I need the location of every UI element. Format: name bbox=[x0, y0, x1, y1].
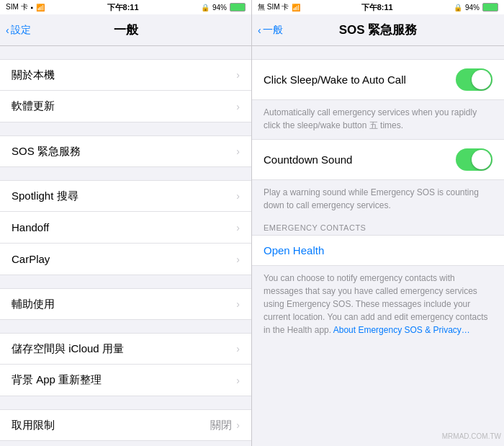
autocall-row: Click Sleep/Wake to Auto Call bbox=[252, 60, 504, 99]
item-background-right: › bbox=[236, 375, 240, 386]
group-sos: SOS 緊急服務 › bbox=[0, 135, 251, 167]
left-wifi-icon: 📶 bbox=[36, 4, 45, 12]
left-status-bar: SIM 卡 ▪ 📶 下午8:11 🔒 94% bbox=[0, 0, 251, 14]
right-status-left: 無 SIM 卡 📶 bbox=[258, 2, 300, 12]
autocall-toggle-knob bbox=[472, 70, 491, 89]
item-carplay[interactable]: CarPlay › bbox=[0, 244, 251, 275]
countdown-toggle[interactable] bbox=[456, 148, 492, 171]
item-software-label: 軟體更新 bbox=[12, 99, 55, 113]
right-battery: 94% bbox=[465, 4, 480, 12]
item-handoff[interactable]: Handoff › bbox=[0, 212, 251, 244]
item-spotlight-chevron: › bbox=[236, 190, 240, 202]
item-restrictions-value: 關閉 bbox=[210, 419, 232, 432]
item-carplay-chevron: › bbox=[236, 254, 240, 265]
group-restrictions: 取用限制 關閉 › bbox=[0, 409, 251, 441]
item-handoff-chevron: › bbox=[236, 222, 240, 233]
countdown-toggle-knob bbox=[472, 150, 491, 169]
item-accessibility-right: › bbox=[236, 298, 240, 310]
item-software-right: › bbox=[236, 101, 240, 112]
spacer-4 bbox=[0, 320, 251, 333]
right-back-chevron: ‹ bbox=[258, 24, 261, 36]
item-storage[interactable]: 儲存空間與 iCloud 用量 › bbox=[0, 333, 251, 365]
spacer-2 bbox=[0, 167, 251, 180]
item-restrictions[interactable]: 取用限制 關閉 › bbox=[0, 409, 251, 441]
emergency-contacts-header: EMERGENCY CONTACTS bbox=[252, 219, 504, 235]
item-accessibility-chevron: › bbox=[236, 298, 240, 310]
item-software-update[interactable]: 軟體更新 › bbox=[0, 91, 251, 122]
spacer-5 bbox=[0, 396, 251, 409]
about-privacy-link[interactable]: About Emergency SOS & Privacy… bbox=[333, 325, 470, 335]
spacer-0 bbox=[0, 46, 251, 59]
open-health-link[interactable]: Open Health bbox=[252, 235, 504, 266]
spacer-1 bbox=[0, 122, 251, 135]
item-spotlight-right: › bbox=[236, 190, 240, 202]
right-panel: 無 SIM 卡 📶 下午8:11 🔒 94% ‹ 一般 SOS 緊急服務 bbox=[252, 0, 504, 446]
item-restrictions-label: 取用限制 bbox=[12, 419, 55, 432]
left-sim-icon: ▪ bbox=[31, 4, 34, 12]
item-sos[interactable]: SOS 緊急服務 › bbox=[0, 135, 251, 167]
left-panel: SIM 卡 ▪ 📶 下午8:11 🔒 94% ‹ 設定 一般 bbox=[0, 0, 252, 446]
item-background[interactable]: 背景 App 重新整理 › bbox=[0, 365, 251, 396]
group-0: 關於本機 › 軟體更新 › bbox=[0, 59, 251, 122]
right-nav-bar: ‹ 一般 SOS 緊急服務 bbox=[252, 14, 504, 46]
right-status-right: 🔒 94% bbox=[454, 3, 498, 12]
countdown-label: Countdown Sound bbox=[264, 153, 352, 166]
autocall-card: Click Sleep/Wake to Auto Call bbox=[252, 59, 504, 100]
item-accessibility-label: 輔助使用 bbox=[12, 298, 55, 311]
left-back-chevron: ‹ bbox=[6, 24, 9, 36]
right-nav-title: SOS 緊急服務 bbox=[339, 22, 418, 38]
countdown-row: Countdown Sound bbox=[252, 140, 504, 179]
right-back-button[interactable]: ‹ 一般 bbox=[258, 24, 283, 37]
countdown-desc: Play a warning sound while Emergency SOS… bbox=[252, 180, 504, 219]
item-spotlight-label: Spotlight 搜尋 bbox=[12, 189, 78, 203]
autocall-label: Click Sleep/Wake to Auto Call bbox=[264, 73, 406, 86]
autocall-desc: Automatically call emergency services wh… bbox=[252, 100, 504, 139]
left-back-label: 設定 bbox=[11, 24, 31, 37]
item-storage-chevron: › bbox=[236, 343, 240, 354]
item-restrictions-right: 關閉 › bbox=[210, 419, 240, 432]
item-storage-right: › bbox=[236, 343, 240, 354]
right-wifi-icon: 📶 bbox=[292, 4, 300, 12]
left-lock-icon: 🔒 bbox=[201, 4, 210, 12]
emergency-desc-container: You can choose to notify emergency conta… bbox=[252, 266, 504, 344]
group-spotlight: Spotlight 搜尋 › Handoff › CarPlay › bbox=[0, 180, 251, 275]
item-software-chevron: › bbox=[236, 101, 240, 112]
left-nav-bar: ‹ 設定 一般 bbox=[0, 14, 251, 46]
right-back-label: 一般 bbox=[263, 24, 283, 37]
right-time: 下午8:11 bbox=[361, 2, 393, 13]
left-back-button[interactable]: ‹ 設定 bbox=[6, 24, 31, 37]
item-sos-label: SOS 緊急服務 bbox=[12, 145, 81, 159]
left-battery-icon bbox=[230, 3, 246, 12]
right-status-bar: 無 SIM 卡 📶 下午8:11 🔒 94% bbox=[252, 0, 504, 14]
item-restrictions-chevron: › bbox=[236, 419, 240, 431]
item-spotlight[interactable]: Spotlight 搜尋 › bbox=[0, 180, 251, 212]
right-spacer-1 bbox=[252, 46, 504, 59]
left-time: 下午8:11 bbox=[107, 2, 139, 13]
left-settings-list: 關於本機 › 軟體更新 › SOS 緊急服務 › bbox=[0, 46, 251, 446]
item-handoff-right: › bbox=[236, 222, 240, 233]
group-accessibility: 輔助使用 › bbox=[0, 288, 251, 320]
right-lock-icon: 🔒 bbox=[454, 4, 462, 12]
item-storage-label: 儲存空間與 iCloud 用量 bbox=[12, 342, 124, 356]
autocall-toggle[interactable] bbox=[456, 68, 492, 91]
item-carplay-label: CarPlay bbox=[12, 253, 50, 265]
item-sos-chevron: › bbox=[236, 146, 240, 157]
spacer-3 bbox=[0, 275, 251, 288]
left-carrier: SIM 卡 bbox=[6, 2, 28, 12]
left-status-left: SIM 卡 ▪ 📶 bbox=[6, 2, 45, 12]
item-about-label: 關於本機 bbox=[12, 68, 55, 82]
item-background-chevron: › bbox=[236, 375, 240, 386]
open-health-container: Open Health bbox=[252, 235, 504, 266]
right-content: Click Sleep/Wake to Auto Call Automatica… bbox=[252, 46, 504, 446]
left-nav-title: 一般 bbox=[114, 22, 138, 38]
countdown-card: Countdown Sound bbox=[252, 139, 504, 180]
item-handoff-label: Handoff bbox=[12, 221, 49, 233]
item-accessibility[interactable]: 輔助使用 › bbox=[0, 288, 251, 320]
left-battery: 94% bbox=[212, 4, 227, 12]
right-carrier: 無 SIM 卡 bbox=[258, 2, 289, 12]
item-carplay-right: › bbox=[236, 254, 240, 265]
item-about-right: › bbox=[236, 69, 240, 81]
item-sos-right: › bbox=[236, 146, 240, 157]
item-about[interactable]: 關於本機 › bbox=[0, 59, 251, 91]
group-storage: 儲存空間與 iCloud 用量 › 背景 App 重新整理 › bbox=[0, 333, 251, 396]
